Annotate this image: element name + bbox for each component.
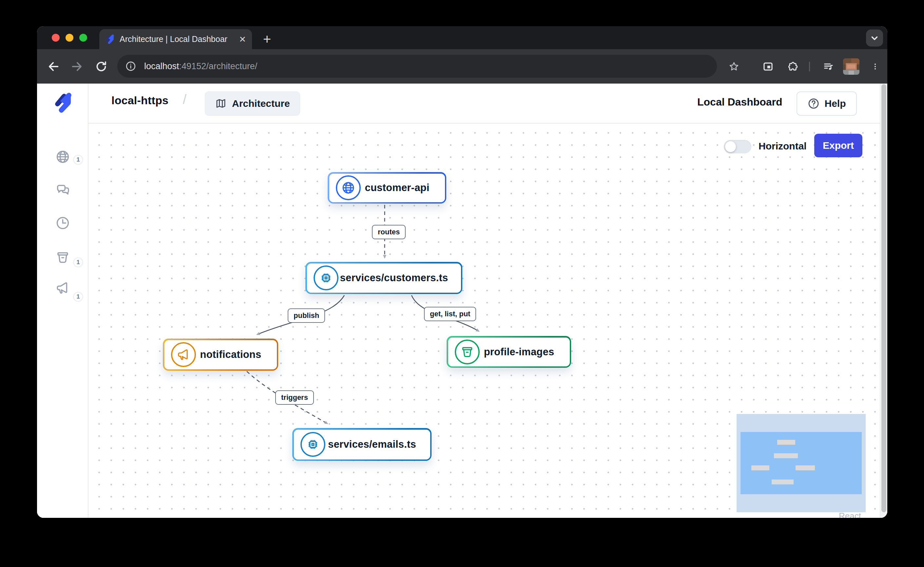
media-controls-icon[interactable] bbox=[823, 61, 834, 72]
resource-sidebar: 1 1 1 bbox=[37, 84, 88, 518]
minimap-node bbox=[774, 453, 798, 458]
bucket-count-badge: 1 bbox=[73, 257, 83, 267]
edge-label-routes: routes bbox=[372, 225, 406, 239]
browser-menu-icon[interactable] bbox=[871, 61, 879, 72]
node-services-emails[interactable]: services/emails.ts bbox=[292, 428, 432, 461]
environment-label: Local Dashboard bbox=[697, 96, 783, 108]
megaphone-icon[interactable] bbox=[55, 280, 70, 296]
architecture-canvas[interactable]: routes publish get, list, put triggers c… bbox=[88, 123, 880, 518]
browser-toolbar: localhost:49152/architecture/ bbox=[37, 49, 887, 84]
chat-icon[interactable] bbox=[55, 183, 70, 198]
node-label: profile-images bbox=[480, 346, 563, 358]
globe-icon[interactable] bbox=[55, 149, 70, 165]
address-bar[interactable]: localhost:49152/architecture/ bbox=[117, 55, 717, 78]
help-button-label: Help bbox=[824, 98, 846, 109]
extensions-puzzle-icon[interactable] bbox=[788, 61, 798, 72]
node-services-customers[interactable]: services/customers.ts bbox=[305, 262, 462, 294]
minimap-viewport[interactable] bbox=[741, 432, 862, 494]
clock-icon[interactable] bbox=[55, 215, 70, 231]
browser-window: Architecture | Local Dashboar ✕ + localh… bbox=[37, 26, 887, 518]
node-label: customer-api bbox=[361, 182, 438, 194]
browser-tab[interactable]: Architecture | Local Dashboar ✕ bbox=[99, 29, 252, 49]
tab-search-button[interactable] bbox=[866, 30, 883, 46]
node-profile-images[interactable]: profile-images bbox=[447, 336, 571, 368]
close-window-button[interactable] bbox=[52, 34, 60, 42]
url-host: localhost bbox=[144, 61, 179, 71]
site-info-icon[interactable] bbox=[125, 61, 136, 72]
url-path: :49152/architecture/ bbox=[179, 61, 258, 71]
bookmark-star-icon[interactable] bbox=[728, 61, 740, 72]
globe-icon bbox=[336, 176, 361, 200]
reload-button[interactable] bbox=[95, 60, 108, 73]
tab-architecture[interactable]: Architecture bbox=[205, 92, 300, 116]
minimap-node bbox=[752, 465, 770, 470]
back-button[interactable] bbox=[47, 60, 60, 73]
node-label: services/customers.ts bbox=[339, 272, 454, 284]
scrollbar-thumb[interactable] bbox=[881, 84, 886, 512]
gateway-count-badge: 1 bbox=[73, 155, 83, 165]
tab-strip: Architecture | Local Dashboar ✕ + bbox=[37, 26, 887, 49]
toolbar-divider bbox=[809, 62, 810, 72]
toggle-knob bbox=[725, 141, 736, 152]
new-tab-button[interactable]: + bbox=[258, 31, 276, 48]
profile-avatar[interactable] bbox=[843, 58, 860, 75]
megaphone-icon bbox=[171, 342, 196, 367]
minimize-window-button[interactable] bbox=[66, 34, 74, 42]
side-panel-icon[interactable] bbox=[762, 61, 774, 72]
horizontal-toggle[interactable] bbox=[724, 140, 752, 153]
node-notifications[interactable]: notifications bbox=[163, 339, 278, 370]
export-button[interactable]: Export bbox=[814, 134, 862, 158]
node-label: notifications bbox=[196, 349, 270, 360]
minimap[interactable] bbox=[736, 414, 866, 512]
fullscreen-window-button[interactable] bbox=[79, 34, 87, 42]
react-flow-attribution: React Flow bbox=[839, 511, 880, 518]
avatar-image bbox=[843, 58, 860, 75]
help-button[interactable]: Help bbox=[796, 92, 857, 116]
horizontal-toggle-label: Horizontal bbox=[759, 141, 807, 152]
forward-button[interactable] bbox=[70, 60, 84, 73]
minimap-node bbox=[772, 480, 794, 484]
map-icon bbox=[215, 98, 227, 110]
edge-label-get-list-put: get, list, put bbox=[424, 307, 476, 321]
tab-close-icon[interactable]: ✕ bbox=[239, 35, 246, 44]
node-customer-api[interactable]: customer-api bbox=[328, 172, 446, 204]
minimap-node bbox=[795, 465, 815, 470]
node-label: services/emails.ts bbox=[326, 438, 424, 450]
tab-architecture-label: Architecture bbox=[232, 98, 290, 109]
bucket-icon[interactable] bbox=[55, 250, 70, 265]
topic-count-badge: 1 bbox=[73, 292, 83, 302]
breadcrumb-separator: / bbox=[183, 92, 186, 107]
page-scrollbar[interactable] bbox=[880, 84, 887, 518]
chip-icon bbox=[300, 432, 326, 457]
edge-label-triggers: triggers bbox=[275, 390, 314, 405]
chip-icon bbox=[314, 266, 339, 290]
url-text: localhost:49152/architecture/ bbox=[144, 61, 257, 72]
minimap-node bbox=[777, 440, 795, 445]
bucket-icon bbox=[455, 339, 480, 364]
dashboard-page: 1 1 1 local-https / Architecture Local D… bbox=[37, 84, 887, 518]
project-name: local-https bbox=[111, 94, 168, 107]
edge-label-publish: publish bbox=[288, 308, 325, 323]
question-icon bbox=[807, 98, 820, 110]
screen-background: Architecture | Local Dashboar ✕ + localh… bbox=[0, 0, 924, 567]
chevron-down-icon bbox=[870, 33, 879, 43]
encore-favicon bbox=[105, 34, 114, 44]
encore-logo[interactable] bbox=[53, 92, 72, 113]
app-header: local-https / Architecture Local Dashboa… bbox=[88, 84, 887, 123]
tab-title: Architecture | Local Dashboar bbox=[120, 34, 227, 44]
